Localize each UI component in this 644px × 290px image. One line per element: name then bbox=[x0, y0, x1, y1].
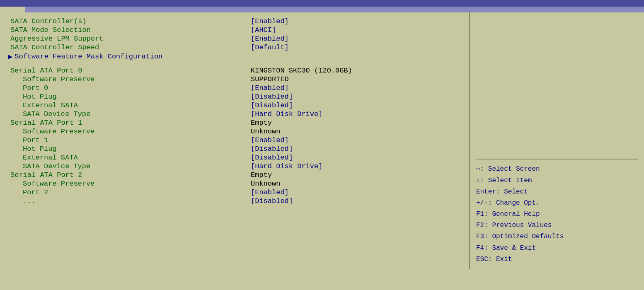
setting-name: SATA Device Type bbox=[10, 110, 251, 118]
setting-name: Serial ATA Port 1 bbox=[10, 119, 251, 127]
setting-name: Aggressive LPM Support bbox=[10, 35, 251, 43]
settings-row[interactable]: SATA Controller(s)[Enabled] bbox=[8, 17, 461, 25]
setting-name: SATA Mode Selection bbox=[10, 26, 251, 34]
settings-row[interactable]: ▶Software Feature Mask Configuration bbox=[8, 52, 461, 61]
settings-row[interactable]: SATA Device Type[Hard Disk Drive] bbox=[8, 110, 461, 118]
setting-value: [Default] bbox=[251, 44, 289, 51]
setting-value: [AHCI] bbox=[251, 26, 276, 34]
setting-value: Unknown bbox=[251, 128, 280, 135]
setting-name: ... bbox=[10, 197, 251, 205]
setting-name: Software Preserve bbox=[10, 75, 251, 83]
setting-value: [Disabled] bbox=[251, 154, 293, 162]
key-hints-panel: ↔: Select Screen↕: Select ItemEnter: Sel… bbox=[476, 159, 638, 265]
setting-name: Hot Plug bbox=[10, 145, 251, 153]
setting-value: [Enabled] bbox=[251, 188, 289, 196]
settings-row[interactable]: Port 2[Enabled] bbox=[8, 188, 461, 196]
setting-name: Hot Plug bbox=[10, 93, 251, 101]
key-hint-line: Enter: Select bbox=[476, 186, 638, 198]
setting-name: Serial ATA Port 2 bbox=[10, 171, 251, 179]
settings-row[interactable]: Serial ATA Port 1Empty bbox=[8, 119, 461, 127]
setting-name: Port 2 bbox=[10, 188, 251, 196]
tab-bar bbox=[0, 7, 644, 12]
setting-value: KINGSTON SKC30 (120.0GB) bbox=[251, 67, 352, 75]
setting-value: [Enabled] bbox=[251, 136, 289, 144]
key-hint-line: ↔: Select Screen bbox=[476, 164, 638, 175]
key-hint-line: ↕: Select Item bbox=[476, 175, 638, 186]
settings-row[interactable]: Port 0[Enabled] bbox=[8, 84, 461, 92]
settings-row[interactable]: Software PreserveSUPPORTED bbox=[8, 75, 461, 83]
key-hint-line: F4: Save & Exit bbox=[476, 243, 638, 254]
key-hint-line: F2: Previous Values bbox=[476, 220, 638, 231]
setting-name: SATA Controller(s) bbox=[10, 17, 251, 25]
key-hint-line: F1: General Help bbox=[476, 209, 638, 220]
arrow-indicator: ▶ bbox=[8, 52, 12, 61]
settings-row[interactable]: Port 1[Enabled] bbox=[8, 136, 461, 144]
setting-name: External SATA bbox=[10, 154, 251, 162]
setting-value: SUPPORTED bbox=[251, 75, 289, 83]
settings-row[interactable]: Serial ATA Port 0KINGSTON SKC30 (120.0GB… bbox=[8, 67, 461, 75]
settings-row[interactable]: SATA Mode Selection[AHCI] bbox=[8, 26, 461, 34]
setting-value: [Disabled] bbox=[251, 145, 293, 153]
settings-row[interactable]: SATA Controller Speed[Default] bbox=[8, 44, 461, 51]
setting-name: External SATA bbox=[10, 102, 251, 109]
settings-row[interactable]: Aggressive LPM Support[Enabled] bbox=[8, 35, 461, 43]
setting-value: [Disabled] bbox=[251, 102, 293, 109]
setting-value: Empty bbox=[251, 171, 272, 179]
key-hint-line: ESC: Exit bbox=[476, 254, 638, 265]
key-hint-line: +/-: Change Opt. bbox=[476, 198, 638, 209]
setting-value: Unknown bbox=[251, 180, 280, 188]
setting-name: SATA Controller Speed bbox=[10, 44, 251, 51]
setting-value: [Enabled] bbox=[251, 84, 289, 92]
setting-value: Empty bbox=[251, 119, 272, 127]
key-hint-line: F3: Optimized Defaults bbox=[476, 231, 638, 242]
settings-row[interactable]: SATA Device Type[Hard Disk Drive] bbox=[8, 162, 461, 170]
setting-value: [Enabled] bbox=[251, 17, 289, 25]
setting-name: Port 0 bbox=[10, 84, 251, 92]
tab-advanced[interactable] bbox=[0, 7, 25, 12]
settings-row[interactable]: External SATA[Disabled] bbox=[8, 102, 461, 109]
setting-name: Serial ATA Port 0 bbox=[10, 67, 251, 75]
title-bar bbox=[0, 0, 644, 7]
setting-value: [Hard Disk Drive] bbox=[251, 110, 322, 118]
setting-name: Port 1 bbox=[10, 136, 251, 144]
settings-row[interactable]: ...[Disabled] bbox=[8, 197, 461, 205]
settings-row[interactable]: Hot Plug[Disabled] bbox=[8, 93, 461, 101]
settings-row[interactable]: Hot Plug[Disabled] bbox=[8, 145, 461, 153]
settings-row[interactable]: Serial ATA Port 2Empty bbox=[8, 171, 461, 179]
right-panel: ↔: Select Screen↕: Select ItemEnter: Sel… bbox=[470, 12, 644, 269]
setting-value: [Disabled] bbox=[251, 197, 293, 205]
setting-name: Software Preserve bbox=[10, 180, 251, 188]
settings-row[interactable]: External SATA[Disabled] bbox=[8, 154, 461, 162]
setting-value: [Hard Disk Drive] bbox=[251, 162, 322, 170]
settings-row[interactable]: Software PreserveUnknown bbox=[8, 128, 461, 135]
setting-name: Software Feature Mask Configuration bbox=[15, 53, 255, 60]
settings-panel: SATA Controller(s)[Enabled] SATA Mode Se… bbox=[0, 12, 470, 269]
settings-row[interactable]: Software PreserveUnknown bbox=[8, 180, 461, 188]
setting-value: [Enabled] bbox=[251, 35, 289, 43]
setting-name: SATA Device Type bbox=[10, 162, 251, 170]
setting-value: [Disabled] bbox=[251, 93, 293, 101]
setting-name: Software Preserve bbox=[10, 128, 251, 135]
